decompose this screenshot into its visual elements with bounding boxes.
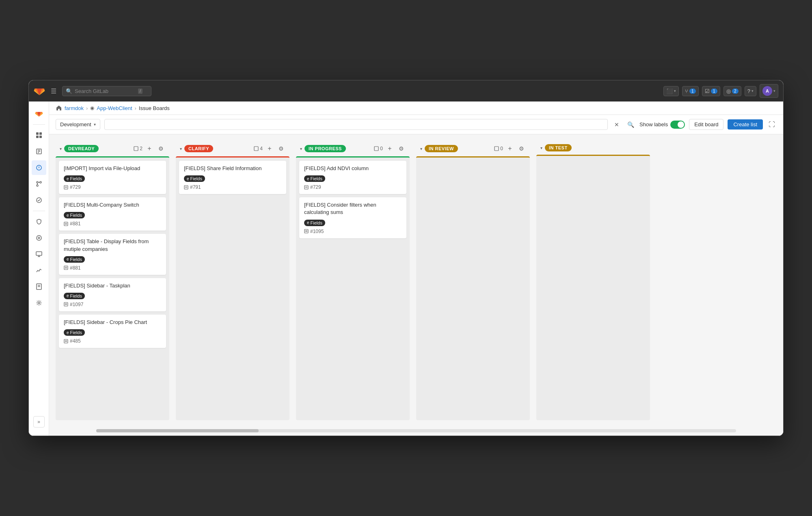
fullscreen-button[interactable]: ⛶ xyxy=(767,119,777,130)
hamburger-menu-icon[interactable]: ☰ xyxy=(49,86,58,97)
global-search-box[interactable]: 🔍 / xyxy=(62,86,151,96)
card-label: e Fields xyxy=(304,175,325,182)
todo-badge: 1 xyxy=(711,89,717,94)
svg-rect-26 xyxy=(64,186,68,189)
breadcrumb-app-webclient[interactable]: App-WebClient xyxy=(97,105,132,111)
card-sidebar-taskplan[interactable]: [FIELDS] Sidebar - Taskplan e Fields #10… xyxy=(59,278,166,311)
card-issue-number: #791 xyxy=(190,184,201,190)
card-title: [IMPORT] Import via File-Upload xyxy=(64,165,161,172)
todo-btn[interactable]: ☑ 1 xyxy=(702,86,720,96)
sidebar-item-cicd[interactable] xyxy=(32,193,46,207)
col-add-inreview[interactable]: + xyxy=(505,144,514,153)
sidebar-item-settings[interactable] xyxy=(32,296,46,310)
svg-rect-3 xyxy=(39,136,42,138)
avatar-btn[interactable]: A ▾ xyxy=(760,84,778,98)
issue-icon xyxy=(64,266,68,270)
col-add-inprogress[interactable]: + xyxy=(385,144,394,153)
label-dot: e xyxy=(67,257,69,261)
card-labels: e Fields xyxy=(64,329,161,336)
card-table-display-fields[interactable]: [FIELDS] Table - Display Fields from mut… xyxy=(59,234,166,274)
card-sidebar-crops-pie[interactable]: [FIELDS] Sidebar - Crops Pie Chart e Fie… xyxy=(59,315,166,348)
sidebar-expand-btn[interactable]: » xyxy=(33,416,45,427)
col-settings-clarify[interactable]: ⚙ xyxy=(276,144,285,153)
sidebar-item-analytics[interactable] xyxy=(32,263,46,278)
sidebar-item-monitor[interactable] xyxy=(32,247,46,261)
filter-clear-btn[interactable]: ✕ xyxy=(612,120,622,130)
col-add-clarify[interactable]: + xyxy=(265,144,274,153)
card-multi-company-switch[interactable]: [FIELDS] Multi-Company Switch e Fields #… xyxy=(59,197,166,231)
topbar: ☰ 🔍 / ⬛ ▾ ⑂ 1 ☑ 1 ◎ 2 ? xyxy=(29,80,783,101)
board-selector[interactable]: Development ▾ xyxy=(56,119,100,130)
sidebar-item-deployments[interactable] xyxy=(32,231,46,245)
avatar: A xyxy=(762,86,772,96)
board-select-chevron: ▾ xyxy=(94,122,96,127)
svg-point-10 xyxy=(39,169,39,169)
topbar-right: ⬛ ▾ ⑂ 1 ☑ 1 ◎ 2 ? ▾ A ▾ xyxy=(663,84,778,98)
search-input[interactable] xyxy=(75,88,136,94)
svg-rect-38 xyxy=(64,339,68,343)
monitor-btn[interactable]: ⬛ ▾ xyxy=(663,86,679,96)
column-inreview: ▾ IN REVIEW 0 + ⚙ xyxy=(416,141,530,420)
col-settings-inreview[interactable]: ⚙ xyxy=(517,144,526,153)
sidebar-item-merge-requests[interactable] xyxy=(32,177,46,191)
main-content: farmdok › ◉ App-WebClient › Issue Boards… xyxy=(49,101,783,436)
col-badge-intest: IN TEST xyxy=(545,144,572,151)
toggle-knob xyxy=(678,121,684,128)
bottom-scroll-area xyxy=(49,427,783,436)
card-label: e Fields xyxy=(64,175,85,182)
sidebar-gl-logo[interactable] xyxy=(32,106,46,121)
scrollbar-thumb[interactable] xyxy=(96,429,259,432)
filter-input[interactable] xyxy=(104,119,608,130)
col-add-devready[interactable]: + xyxy=(145,144,154,153)
show-labels-toggle[interactable] xyxy=(670,121,685,129)
label-text: Fields xyxy=(70,257,82,262)
svg-rect-41 xyxy=(254,147,258,151)
filter-search-btn[interactable]: 🔍 xyxy=(626,120,635,130)
col-collapse-clarify[interactable]: ▾ xyxy=(180,147,182,151)
card-labels: e Fields xyxy=(304,175,402,182)
column-clarify: ▾ CLARIFY 4 + ⚙ [FIELDS] Share Field Inf… xyxy=(176,141,289,420)
col-count-clarify: 4 xyxy=(254,146,263,151)
issue-icon xyxy=(64,302,68,307)
card-add-ndvi-column[interactable]: [FIELDS] Add NDVI column e Fields #729 xyxy=(299,161,406,194)
card-issue-number: #729 xyxy=(70,184,81,190)
card-title: [FIELDS] Share Field Information xyxy=(184,165,281,172)
col-settings-devready[interactable]: ⚙ xyxy=(156,144,165,153)
search-shortcut: / xyxy=(138,89,143,94)
col-count-inreview: 0 xyxy=(494,146,503,151)
help-btn[interactable]: ? ▾ xyxy=(745,86,756,96)
issues-btn[interactable]: ◎ 2 xyxy=(723,86,741,96)
sidebar-item-wiki[interactable] xyxy=(32,279,46,294)
label-text: Fields xyxy=(311,220,322,225)
card-label: e Fields xyxy=(64,329,85,336)
col-collapse-inreview[interactable]: ▾ xyxy=(420,147,422,151)
create-list-button[interactable]: Create list xyxy=(728,119,763,130)
merge-requests-btn[interactable]: ⑂ 1 xyxy=(682,86,699,96)
col-cards-intest xyxy=(536,155,650,420)
card-label: e Fields xyxy=(304,220,325,226)
svg-rect-2 xyxy=(36,136,39,138)
card-share-field-info[interactable]: [FIELDS] Share Field Information e Field… xyxy=(179,161,286,194)
horizontal-scrollbar[interactable] xyxy=(96,429,736,432)
card-consider-filters[interactable]: [FIELDS] Consider filters when calculati… xyxy=(299,197,406,238)
sidebar-item-security[interactable] xyxy=(32,214,46,229)
breadcrumb-farmdok[interactable]: farmdok xyxy=(65,105,84,111)
card-import-file-upload[interactable]: [IMPORT] Import via File-Upload e Fields… xyxy=(59,161,166,194)
card-issue-number: #881 xyxy=(70,265,81,271)
col-collapse-devready[interactable]: ▾ xyxy=(60,147,62,151)
sidebar-item-project[interactable] xyxy=(32,128,46,142)
svg-rect-18 xyxy=(36,252,42,255)
sidebar-item-repository[interactable] xyxy=(32,144,46,159)
col-collapse-inprogress[interactable]: ▾ xyxy=(300,147,302,151)
card-footer: #881 xyxy=(64,265,161,271)
sidebar-item-issues[interactable] xyxy=(32,160,46,175)
card-footer: #729 xyxy=(304,184,402,190)
svg-rect-35 xyxy=(64,302,68,306)
edit-board-button[interactable]: Edit board xyxy=(689,119,723,130)
card-footer: #729 xyxy=(64,184,161,190)
col-settings-inprogress[interactable]: ⚙ xyxy=(397,144,406,153)
sidebar-divider-1 xyxy=(33,124,45,125)
col-collapse-intest[interactable]: ▾ xyxy=(540,146,542,150)
col-cards-inprogress: [FIELDS] Add NDVI column e Fields #729 xyxy=(296,156,410,420)
gitlab-logo xyxy=(34,85,45,97)
